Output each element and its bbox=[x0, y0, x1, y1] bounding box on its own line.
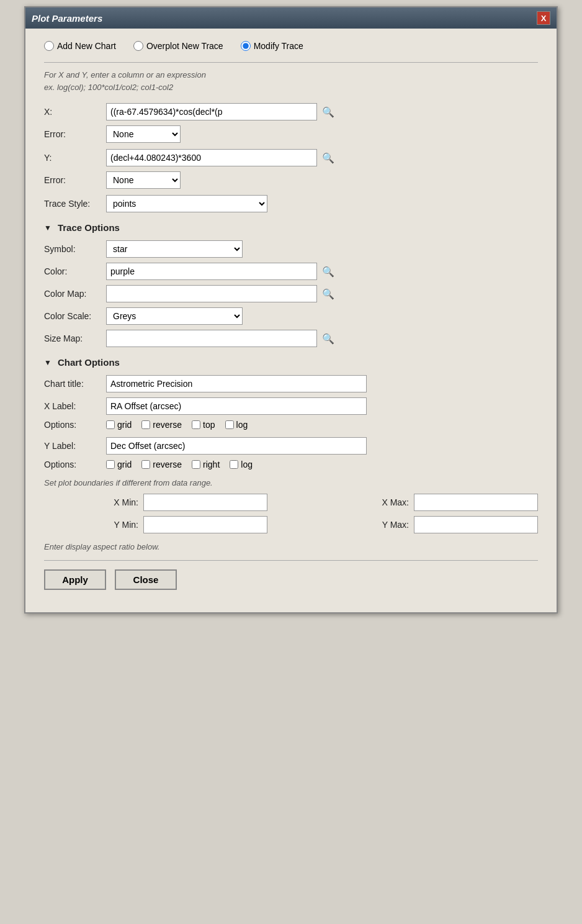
y-error-select[interactable]: None symmetric asymmetric bbox=[106, 171, 181, 189]
x-min-input[interactable] bbox=[143, 494, 267, 511]
size-map-label: Size Map: bbox=[44, 333, 106, 343]
x-label-label: X Label: bbox=[44, 401, 106, 411]
symbol-row: Symbol: circle star square diamond trian… bbox=[44, 240, 538, 258]
chart-title-label: Chart title: bbox=[44, 379, 106, 389]
size-map-input[interactable] bbox=[106, 330, 317, 347]
y-error-row: Error: None symmetric asymmetric bbox=[44, 171, 538, 189]
color-map-input[interactable] bbox=[106, 285, 317, 302]
action-buttons: Apply Close bbox=[44, 569, 538, 590]
y-right-checkbox[interactable]: right bbox=[192, 460, 220, 469]
trace-options-label: Trace Options bbox=[58, 222, 120, 233]
trace-style-select[interactable]: points lines lines and points bar chart … bbox=[106, 195, 267, 212]
boundary-hint: Set plot boundaries if different from da… bbox=[44, 478, 538, 487]
trace-options-triangle: ▼ bbox=[44, 224, 51, 232]
chart-options-triangle: ▼ bbox=[44, 358, 51, 367]
y-options-row: Options: grid reverse right bbox=[44, 460, 538, 469]
y-options-label: Options: bbox=[44, 460, 106, 469]
x-min-label: X Min: bbox=[44, 497, 138, 507]
bottom-divider bbox=[44, 560, 538, 561]
y-label-label: Y Label: bbox=[44, 441, 106, 451]
symbol-label: Symbol: bbox=[44, 244, 106, 254]
chart-title-row: Chart title: bbox=[44, 375, 538, 392]
x-options-row: Options: grid reverse top bbox=[44, 420, 538, 430]
x-max-input[interactable] bbox=[414, 494, 538, 511]
x-reverse-checkbox[interactable]: reverse bbox=[141, 420, 182, 430]
x-options-label: Options: bbox=[44, 420, 106, 430]
y-field-label: Y: bbox=[44, 153, 106, 163]
close-window-button[interactable]: X bbox=[537, 11, 550, 25]
chart-title-input[interactable] bbox=[106, 375, 367, 392]
x-search-icon[interactable]: 🔍 bbox=[322, 106, 334, 118]
color-input[interactable] bbox=[106, 263, 317, 280]
y-field-row: Y: 🔍 bbox=[44, 149, 538, 166]
close-button[interactable]: Close bbox=[115, 569, 177, 590]
chart-options-content: Chart title: X Label: Options: grid bbox=[44, 375, 538, 469]
apply-button[interactable]: Apply bbox=[44, 569, 106, 590]
add-new-chart-radio[interactable]: Add New Chart bbox=[44, 41, 116, 51]
x-field-input[interactable] bbox=[106, 103, 317, 120]
x-options-checkboxes: grid reverse top log bbox=[106, 420, 248, 430]
aspect-ratio-hint: Enter display aspect ratio below. bbox=[44, 542, 538, 551]
trace-options-content: Symbol: circle star square diamond trian… bbox=[44, 240, 538, 347]
x-top-checkbox[interactable]: top bbox=[192, 420, 215, 430]
color-map-search-icon[interactable]: 🔍 bbox=[322, 288, 334, 300]
y-log-checkbox[interactable]: log bbox=[230, 460, 253, 469]
y-max-label: Y Max: bbox=[315, 520, 409, 530]
symbol-select[interactable]: circle star square diamond triangle-up t… bbox=[106, 240, 243, 258]
y-options-checkboxes: grid reverse right log bbox=[106, 460, 253, 469]
color-scale-label: Color Scale: bbox=[44, 311, 106, 321]
x-error-label: Error: bbox=[44, 129, 106, 139]
y-error-label: Error: bbox=[44, 175, 106, 185]
x-label-row: X Label: bbox=[44, 397, 538, 415]
y-grid-checkbox[interactable]: grid bbox=[106, 460, 132, 469]
y-min-input[interactable] bbox=[143, 516, 267, 533]
size-map-search-icon[interactable]: 🔍 bbox=[322, 333, 334, 345]
color-scale-select[interactable]: Greys Viridis Plasma Inferno Magma Blues… bbox=[106, 307, 243, 325]
y-max-input[interactable] bbox=[414, 516, 538, 533]
boundary-grid: X Min: X Max: Y Min: Y Max: bbox=[44, 494, 538, 533]
trace-style-row: Trace Style: points lines lines and poin… bbox=[44, 195, 538, 212]
y-min-label: Y Min: bbox=[44, 520, 138, 530]
y-reverse-checkbox[interactable]: reverse bbox=[141, 460, 182, 469]
color-map-row: Color Map: 🔍 bbox=[44, 285, 538, 302]
color-row: Color: 🔍 bbox=[44, 263, 538, 280]
plot-parameters-window: Plot Parameters X Add New Chart Overplot… bbox=[24, 6, 558, 614]
modify-trace-radio[interactable]: Modify Trace bbox=[241, 41, 303, 51]
x-field-label: X: bbox=[44, 107, 106, 117]
color-map-label: Color Map: bbox=[44, 289, 106, 299]
window-title: Plot Parameters bbox=[32, 13, 102, 24]
color-label: Color: bbox=[44, 266, 106, 276]
x-grid-checkbox[interactable]: grid bbox=[106, 420, 132, 430]
x-error-select[interactable]: None symmetric asymmetric bbox=[106, 125, 181, 143]
y-field-input[interactable] bbox=[106, 149, 317, 166]
color-scale-row: Color Scale: Greys Viridis Plasma Infern… bbox=[44, 307, 538, 325]
title-bar: Plot Parameters X bbox=[25, 7, 557, 29]
mode-radio-group: Add New Chart Overplot New Trace Modify … bbox=[44, 41, 538, 51]
y-search-icon[interactable]: 🔍 bbox=[322, 152, 334, 164]
x-error-row: Error: None symmetric asymmetric bbox=[44, 125, 538, 143]
chart-options-label: Chart Options bbox=[58, 357, 120, 368]
trace-style-label: Trace Style: bbox=[44, 199, 106, 209]
y-label-row: Y Label: bbox=[44, 437, 538, 455]
color-search-icon[interactable]: 🔍 bbox=[322, 266, 334, 278]
main-content: Add New Chart Overplot New Trace Modify … bbox=[25, 29, 557, 612]
x-label-input[interactable] bbox=[106, 397, 367, 415]
expression-hint: For X and Y, enter a column or an expres… bbox=[44, 69, 538, 93]
x-field-row: X: 🔍 bbox=[44, 103, 538, 120]
x-max-label: X Max: bbox=[315, 497, 409, 507]
x-log-checkbox[interactable]: log bbox=[225, 420, 248, 430]
size-map-row: Size Map: 🔍 bbox=[44, 330, 538, 347]
divider-1 bbox=[44, 62, 538, 63]
chart-options-header[interactable]: ▼ Chart Options bbox=[44, 357, 538, 368]
overplot-new-trace-radio[interactable]: Overplot New Trace bbox=[133, 41, 223, 51]
trace-options-header[interactable]: ▼ Trace Options bbox=[44, 222, 538, 233]
y-label-input[interactable] bbox=[106, 437, 367, 455]
